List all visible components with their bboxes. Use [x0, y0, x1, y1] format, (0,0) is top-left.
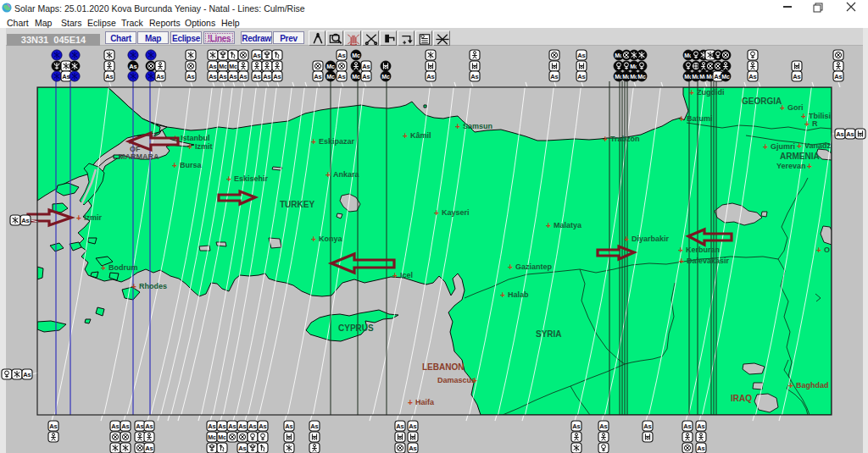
svg-text:Eskipazar: Eskipazar [319, 137, 355, 146]
svg-text:As: As [253, 73, 261, 80]
svg-text:Batumi: Batumi [687, 114, 713, 123]
svg-text:Ankara: Ankara [333, 170, 360, 179]
svg-text:+: + [226, 174, 231, 184]
svg-text:As: As [273, 73, 281, 80]
svg-text:Bursa: Bursa [180, 161, 203, 169]
svg-text:Mc: Mc [219, 64, 227, 69]
svg-text:As: As [409, 445, 417, 452]
svg-text:Damascus: Damascus [437, 376, 476, 384]
svg-text:+: + [500, 290, 505, 300]
svg-text:As: As [248, 423, 257, 430]
svg-text:As: As [697, 445, 705, 452]
svg-text:As: As [599, 423, 608, 430]
svg-text:LEBANON: LEBANON [422, 362, 464, 372]
svg-text:+: + [131, 282, 136, 291]
svg-text:+: + [311, 235, 316, 244]
svg-text:As: As [263, 73, 271, 80]
svg-text:As: As [337, 73, 346, 80]
svg-text:Mc: Mc [326, 74, 335, 80]
svg-text:+: + [311, 137, 316, 146]
svg-text:Icel: Icel [400, 271, 413, 279]
svg-text:+: + [603, 135, 608, 144]
svg-text:As: As [409, 423, 417, 430]
svg-text:As: As [310, 423, 319, 430]
svg-text:Dalevakasir: Dalevakasir [687, 257, 730, 265]
svg-text:As: As [111, 423, 120, 430]
svg-text:As: As [683, 423, 692, 430]
svg-text:As: As [550, 73, 559, 80]
svg-text:+: + [455, 122, 460, 131]
svg-text:Diyarbakir: Diyarbakir [632, 235, 670, 243]
svg-text:As: As [337, 52, 346, 59]
svg-text:As: As [697, 423, 705, 430]
svg-text:As: As [426, 73, 435, 80]
svg-text:+: + [101, 263, 106, 273]
svg-text:Izmit: Izmit [195, 142, 213, 151]
svg-text:ARMENIA: ARMENIA [780, 152, 820, 161]
svg-text:As: As [314, 73, 322, 80]
svg-text:+: + [679, 257, 684, 266]
svg-text:+: + [816, 246, 821, 255]
svg-text:Izmir: Izmir [84, 213, 103, 222]
svg-text:Vanadzor: Vanadzor [804, 141, 839, 150]
svg-text:As: As [793, 73, 801, 80]
svg-text:GEORGIA: GEORGIA [742, 97, 782, 106]
svg-text:Baghdad: Baghdad [796, 381, 829, 389]
svg-text:Mc: Mc [381, 74, 390, 80]
svg-text:O: O [824, 246, 830, 254]
svg-text:+: + [546, 221, 551, 230]
svg-text:+: + [763, 142, 768, 152]
svg-text:Istanbul: Istanbul [181, 134, 210, 142]
svg-text:As: As [239, 73, 248, 80]
svg-text:CYPRUS: CYPRUS [338, 323, 374, 333]
svg-text:SYRIA: SYRIA [536, 329, 562, 339]
svg-text:As: As [21, 217, 30, 224]
svg-text:As: As [105, 73, 114, 80]
svg-text:As: As [228, 423, 236, 430]
svg-text:Kayseri: Kayseri [442, 208, 470, 217]
svg-text:TURKEY: TURKEY [280, 200, 314, 209]
svg-text:Konya: Konya [319, 235, 343, 243]
svg-text:+: + [408, 398, 413, 407]
svg-text:Mc: Mc [352, 52, 360, 58]
svg-text:As: As [49, 423, 58, 430]
svg-text:As: As [836, 130, 844, 138]
svg-text:As: As [23, 371, 31, 378]
svg-text:As: As [396, 423, 404, 430]
svg-text:+: + [679, 114, 684, 124]
svg-text:+: + [187, 142, 192, 152]
svg-text:As: As [577, 52, 586, 59]
svg-text:+: + [403, 131, 408, 141]
svg-text:+: + [76, 213, 81, 223]
svg-text:+: + [788, 381, 793, 390]
svg-text:Mc: Mc [208, 434, 216, 440]
svg-text:Kâmil: Kâmil [410, 131, 431, 140]
svg-text:Yerevan: Yerevan [776, 162, 806, 170]
svg-text:As: As [362, 63, 370, 70]
svg-text:+: + [624, 235, 629, 244]
svg-text:+: + [689, 88, 694, 97]
svg-text:Eskisehir: Eskisehir [234, 174, 269, 183]
svg-text:As: As [748, 73, 757, 80]
svg-text:Rhodes: Rhodes [139, 282, 167, 290]
svg-text:As: As [62, 73, 70, 80]
svg-text:Halab: Halab [508, 290, 529, 299]
svg-text:As: As [572, 423, 581, 430]
svg-text:As: As [145, 445, 153, 452]
svg-text:Mc: Mc [721, 74, 730, 80]
svg-text:+: + [326, 170, 331, 180]
svg-text:As: As [238, 423, 247, 430]
svg-text:+: + [804, 119, 810, 129]
svg-text:As: As [145, 423, 153, 430]
svg-text:R: R [812, 119, 818, 128]
svg-text:As: As [209, 63, 217, 70]
svg-text:As: As [209, 73, 217, 80]
svg-text:+: + [472, 376, 477, 385]
svg-text:As: As [238, 445, 247, 452]
svg-text:Gjumri: Gjumri [771, 142, 795, 151]
svg-text:As: As [253, 52, 261, 59]
svg-text:As: As [186, 73, 195, 80]
svg-text:As: As [136, 423, 144, 430]
svg-text:Haifa: Haifa [415, 398, 435, 406]
svg-text:As: As [470, 73, 479, 80]
